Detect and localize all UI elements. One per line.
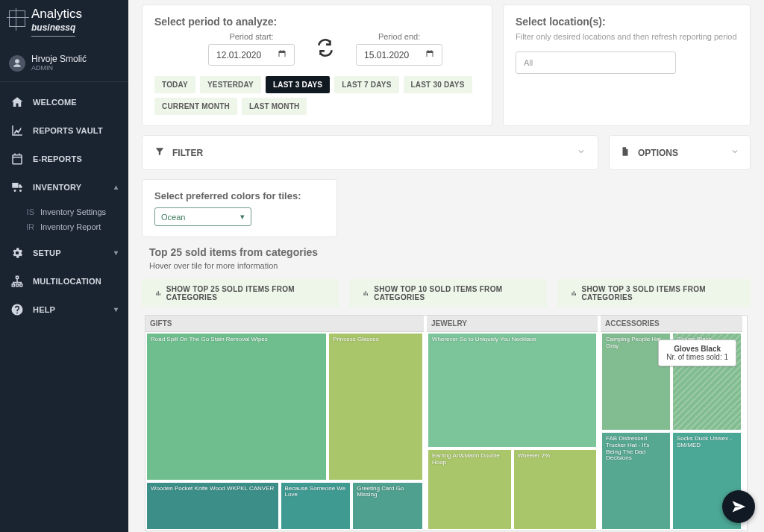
avatar [9, 55, 25, 72]
tile-princess-glasses[interactable]: Princess Glasses [328, 332, 424, 481]
locations-input[interactable]: All [516, 51, 676, 74]
colors-title: Select preferred colors for tiles: [154, 190, 325, 201]
calendar-icon [10, 152, 24, 166]
chart-line-icon [10, 124, 24, 137]
nav-setup[interactable]: SETUP ▾ [0, 239, 128, 267]
locations-hint: Filter only desired locations and then r… [516, 32, 738, 41]
period-start-value: 12.01.2020 [216, 50, 261, 60]
paper-plane-icon [731, 499, 746, 514]
section-hint: Hover over tile for more information [149, 261, 751, 270]
chip-today[interactable]: TODAY [154, 76, 195, 93]
brand-title: Analytics [31, 7, 82, 22]
tile-greeting-card[interactable]: Greeting Card Go Missing [351, 481, 424, 531]
calendar-icon [278, 49, 286, 60]
chip-last-month[interactable]: LAST MONTH [242, 98, 307, 115]
period-title: Select period to analyze: [154, 16, 480, 28]
nav-e-reports-label: E-REPORTS [33, 154, 82, 163]
show-top25-label: SHOW TOP 25 SOLD ITEMS FROM CATEGORIES [166, 285, 326, 301]
tooltip-title: Gloves Black [666, 345, 728, 353]
locations-card: Select location(s): Filter only desired … [503, 4, 751, 126]
chip-current-month[interactable]: CURRENT MONTH [154, 98, 237, 115]
tile-fab-distressed[interactable]: FAB Distressed Trucker Hat - It's Being … [601, 431, 671, 531]
show-top10-button[interactable]: SHOW TOP 10 SOLD ITEMS FROM CATEGORIES [349, 279, 546, 307]
swap-icon[interactable] [316, 38, 335, 60]
nav-sub-label: Inventory Settings [40, 207, 106, 216]
chevron-up-icon: ▴ [114, 183, 118, 191]
show-buttons: SHOW TOP 25 SOLD ITEMS FROM CATEGORIES S… [142, 279, 751, 307]
colors-select[interactable]: Ocean ▾ [154, 207, 251, 226]
user-block[interactable]: Hrvoje Smolić ADMIN [0, 41, 128, 82]
chevron-down-icon: ▾ [240, 212, 245, 222]
filter-card[interactable]: FILTER [142, 135, 598, 170]
tooltip-body: Nr. of times sold: 1 [666, 353, 728, 361]
nav-inventory-settings[interactable]: IS Inventory Settings [24, 204, 128, 219]
main-content: Select period to analyze: Period start: … [128, 0, 764, 532]
chevron-down-icon: ▾ [114, 305, 118, 313]
main-nav: WELCOME REPORTS VAULT E-REPORTS INVENTOR… [0, 82, 128, 324]
options-card[interactable]: OPTIONS [609, 135, 751, 170]
show-top3-label: SHOW TOP 3 SOLD ITEMS FROM CATEGORIES [582, 285, 737, 301]
period-chips: TODAY YESTERDAY LAST 3 DAYS LAST 7 DAYS … [154, 76, 480, 115]
nav-e-reports[interactable]: E-REPORTS [0, 145, 128, 173]
tile-road-spill[interactable]: Road Spill On The Go Stain Removal Wipes [145, 332, 328, 481]
nav-inventory-report[interactable]: IR Inventory Report [24, 219, 128, 234]
help-icon [10, 303, 24, 316]
treemap: GIFTS Road Spill On The Go Stain Removal… [145, 315, 748, 531]
chevron-down-icon [730, 147, 739, 158]
brand-icon [9, 10, 25, 27]
nav-sub-code: IR [24, 222, 34, 231]
sitemap-icon [10, 275, 24, 288]
period-card: Select period to analyze: Period start: … [142, 4, 492, 126]
chevron-down-icon [577, 147, 586, 158]
chip-last30[interactable]: LAST 30 DAYS [404, 76, 472, 93]
nav-welcome-label: WELCOME [33, 98, 77, 107]
brand-block: Analytics businessq [0, 0, 128, 41]
chip-last7[interactable]: LAST 7 DAYS [334, 76, 398, 93]
home-icon [10, 96, 24, 109]
nav-reports-vault[interactable]: REPORTS VAULT [0, 116, 128, 145]
tile-wooden-knife[interactable]: Wooden Pocket Knife Wood WKPKL CANVER [145, 481, 280, 531]
nav-setup-label: SETUP [33, 248, 61, 257]
show-top25-button[interactable]: SHOW TOP 25 SOLD ITEMS FROM CATEGORIES [142, 279, 339, 307]
period-end-label: Period end: [378, 32, 420, 41]
locations-title: Select location(s): [516, 16, 738, 28]
send-fab[interactable] [722, 490, 755, 523]
treemap-col-jewelry: JEWELRY Wherever So to Uniquely You Neck… [427, 316, 601, 531]
period-start-input[interactable]: 12.01.2020 [208, 44, 295, 66]
options-title: OPTIONS [638, 148, 678, 158]
tile-wherever[interactable]: Wherever So to Uniquely You Necklace [427, 332, 598, 448]
tile-earring[interactable]: Earring Art&Marin Double Hoop [427, 448, 513, 531]
treemap-header-gifts: GIFTS [145, 316, 424, 332]
chevron-down-icon: ▾ [114, 248, 118, 257]
colors-selected: Ocean [161, 213, 185, 222]
truck-icon [10, 181, 24, 194]
tile-wheeler[interactable]: Wheeler 2% [513, 448, 598, 531]
nav-multilocation-label: MULTILOCATION [33, 277, 101, 286]
period-end-input[interactable]: 15.01.2020 [356, 44, 442, 66]
treemap-col-accessories: ACCESSORIES Camping People Hat Gray Glov… [601, 316, 742, 531]
chip-last3[interactable]: LAST 3 DAYS [266, 76, 330, 93]
period-start-label: Period start: [229, 32, 273, 41]
filter-title: FILTER [172, 148, 203, 158]
treemap-tooltip: Gloves Black Nr. of times sold: 1 [658, 339, 736, 366]
calendar-icon [425, 49, 434, 60]
nav-help[interactable]: HELP ▾ [0, 295, 128, 324]
sidebar: Analytics businessq Hrvoje Smolić ADMIN … [0, 0, 128, 532]
colors-card: Select preferred colors for tiles: Ocean… [142, 179, 337, 237]
nav-sub-label: Inventory Report [40, 222, 101, 231]
filter-icon [154, 146, 165, 159]
treemap-header-jewelry: JEWELRY [427, 316, 598, 332]
nav-multilocation[interactable]: MULTILOCATION [0, 267, 128, 295]
brand-subtitle: businessq [31, 22, 75, 37]
gears-icon [10, 246, 24, 260]
tile-because[interactable]: Because Someone We Love [280, 481, 352, 531]
nav-inventory-label: INVENTORY [33, 183, 81, 192]
nav-welcome[interactable]: WELCOME [0, 88, 128, 116]
treemap-col-gifts: GIFTS Road Spill On The Go Stain Removal… [145, 316, 427, 531]
nav-help-label: HELP [33, 305, 55, 314]
nav-inventory-sub: IS Inventory Settings IR Inventory Repor… [0, 201, 128, 239]
chip-yesterday[interactable]: YESTERDAY [200, 76, 261, 93]
nav-inventory[interactable]: INVENTORY ▴ [0, 173, 128, 201]
show-top3-button[interactable]: SHOW TOP 3 SOLD ITEMS FROM CATEGORIES [557, 279, 751, 307]
file-icon [620, 146, 630, 159]
